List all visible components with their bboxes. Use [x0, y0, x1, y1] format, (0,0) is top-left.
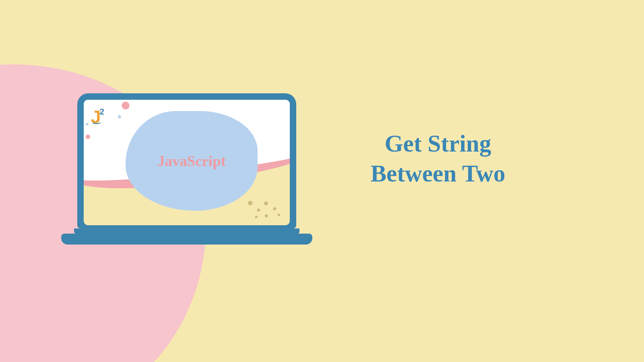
logo-superscript: 2	[99, 107, 104, 116]
decorative-dot	[122, 102, 129, 109]
laptop-illustration: J2 ⌣ JavaScript	[68, 93, 306, 245]
logo-underline: ⌣	[92, 122, 106, 124]
laptop-base	[61, 234, 312, 245]
decorative-dot	[86, 123, 88, 125]
decorative-sand-dots	[245, 198, 284, 221]
title-line-2: Between Two	[325, 159, 551, 189]
decorative-dot	[118, 115, 121, 118]
j2-logo: J2 ⌣	[91, 105, 106, 124]
laptop-screen: J2 ⌣ JavaScript	[84, 100, 290, 225]
title-block: Get String Between Two	[325, 129, 551, 188]
decorative-dot	[86, 135, 90, 139]
code-blob: JavaScript	[126, 111, 258, 211]
laptop-screen-frame: J2 ⌣ JavaScript	[77, 93, 296, 228]
laptop-hinge	[74, 228, 299, 234]
blob-label: JavaScript	[157, 153, 226, 170]
title-line-1: Get String	[325, 129, 551, 159]
